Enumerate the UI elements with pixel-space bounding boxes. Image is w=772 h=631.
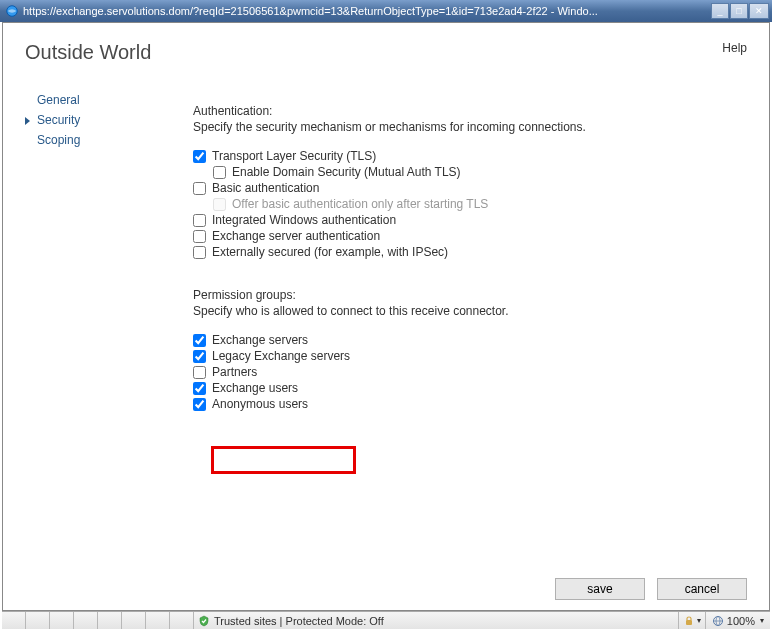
auth-checkbox-exchange[interactable] — [193, 230, 206, 243]
svg-rect-1 — [686, 620, 692, 625]
auth-label: Transport Layer Security (TLS) — [212, 149, 376, 163]
perm-label: Exchange users — [212, 381, 298, 395]
perm-opt-exchange-users: Exchange users — [193, 380, 749, 396]
status-zone[interactable]: Trusted sites | Protected Mode: Off — [194, 612, 679, 629]
perm-section: Permission groups: Specify who is allowe… — [193, 288, 749, 412]
status-empty-8 — [170, 612, 194, 629]
body-layout: General Security Scoping Authentication:… — [3, 74, 769, 412]
auth-opt-mutual-tls: Enable Domain Security (Mutual Auth TLS) — [193, 164, 749, 180]
perm-label: Anonymous users — [212, 397, 308, 411]
highlight-box — [211, 446, 356, 474]
lock-icon — [683, 615, 695, 627]
status-empty-6 — [122, 612, 146, 629]
perm-opt-anonymous: Anonymous users — [193, 396, 749, 412]
status-empty-3 — [50, 612, 74, 629]
auth-checkbox-external[interactable] — [193, 246, 206, 259]
sidebar: General Security Scoping — [23, 82, 193, 412]
globe-icon — [712, 615, 724, 627]
auth-checkbox-mutual-tls[interactable] — [213, 166, 226, 179]
status-bar: Trusted sites | Protected Mode: Off ▾ 10… — [2, 611, 770, 629]
page-header: Outside World Help — [3, 23, 769, 74]
status-empty-7 — [146, 612, 170, 629]
status-empty-4 — [74, 612, 98, 629]
sidebar-item-security[interactable]: Security — [23, 110, 193, 130]
page-title: Outside World — [25, 41, 151, 64]
minimize-button[interactable]: _ — [711, 3, 729, 19]
close-button[interactable]: ✕ — [749, 3, 769, 19]
auth-label: Enable Domain Security (Mutual Auth TLS) — [232, 165, 461, 179]
window-buttons: _ □ ✕ — [711, 3, 769, 19]
auth-checkbox-tls[interactable] — [193, 150, 206, 163]
window-title: https://exchange.servolutions.dom/?reqId… — [23, 5, 711, 17]
status-empty-2 — [26, 612, 50, 629]
perm-opt-legacy: Legacy Exchange servers — [193, 348, 749, 364]
auth-opt-iwa: Integrated Windows authentication — [193, 212, 749, 228]
status-empty-5 — [98, 612, 122, 629]
auth-label: Exchange server authentication — [212, 229, 380, 243]
auth-label: Basic authentication — [212, 181, 319, 195]
status-ssl[interactable]: ▾ — [679, 612, 706, 629]
auth-checkbox-iwa[interactable] — [193, 214, 206, 227]
auth-checkbox-basic[interactable] — [193, 182, 206, 195]
auth-heading: Authentication: — [193, 104, 749, 118]
perm-heading: Permission groups: — [193, 288, 749, 302]
save-button[interactable]: save — [555, 578, 645, 600]
status-zone-text: Trusted sites | Protected Mode: Off — [214, 615, 384, 627]
auth-checkbox-basic-after-tls — [213, 198, 226, 211]
auth-opt-basic-after-tls: Offer basic authentication only after st… — [193, 196, 749, 212]
auth-desc: Specify the security mechanism or mechan… — [193, 120, 749, 134]
perm-opt-partners: Partners — [193, 364, 749, 380]
auth-opt-tls: Transport Layer Security (TLS) — [193, 148, 749, 164]
perm-opt-exchange-servers: Exchange servers — [193, 332, 749, 348]
ie-icon — [5, 4, 19, 18]
button-bar: save cancel — [555, 578, 747, 600]
auth-label: Externally secured (for example, with IP… — [212, 245, 448, 259]
main-panel: Authentication: Specify the security mec… — [193, 82, 749, 412]
perm-label: Legacy Exchange servers — [212, 349, 350, 363]
auth-label: Integrated Windows authentication — [212, 213, 396, 227]
dropdown-arrow-icon: ▾ — [697, 616, 701, 625]
help-link[interactable]: Help — [722, 41, 747, 64]
sidebar-item-scoping[interactable]: Scoping — [23, 130, 193, 150]
perm-checkbox-partners[interactable] — [193, 366, 206, 379]
status-empty-1 — [2, 612, 26, 629]
perm-checkbox-legacy[interactable] — [193, 350, 206, 363]
perm-checkbox-exchange-users[interactable] — [193, 382, 206, 395]
perm-desc: Specify who is allowed to connect to thi… — [193, 304, 749, 318]
perm-label: Partners — [212, 365, 257, 379]
cancel-button[interactable]: cancel — [657, 578, 747, 600]
status-zoom[interactable]: 100% ▾ — [706, 612, 770, 629]
perm-checkbox-exchange-servers[interactable] — [193, 334, 206, 347]
dropdown-arrow-icon: ▾ — [760, 616, 764, 625]
content-area: Outside World Help General Security Scop… — [2, 22, 770, 611]
perm-label: Exchange servers — [212, 333, 308, 347]
sidebar-item-general[interactable]: General — [23, 90, 193, 110]
perm-checkbox-anonymous[interactable] — [193, 398, 206, 411]
zoom-text: 100% — [727, 615, 755, 627]
auth-opt-basic: Basic authentication — [193, 180, 749, 196]
maximize-button[interactable]: □ — [730, 3, 748, 19]
auth-label: Offer basic authentication only after st… — [232, 197, 488, 211]
window-titlebar: https://exchange.servolutions.dom/?reqId… — [0, 0, 772, 22]
auth-opt-external: Externally secured (for example, with IP… — [193, 244, 749, 260]
auth-opt-exchange: Exchange server authentication — [193, 228, 749, 244]
shield-icon — [198, 615, 210, 627]
